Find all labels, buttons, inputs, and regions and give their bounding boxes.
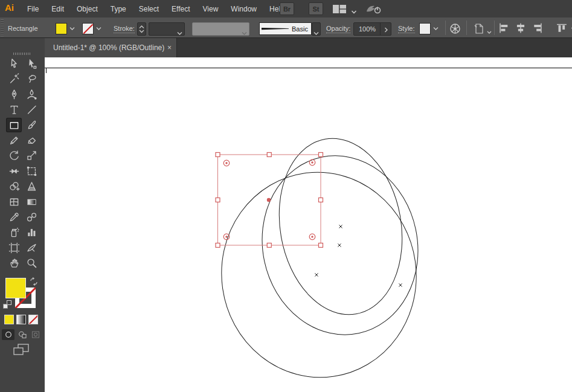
tool-rectangle[interactable] — [6, 118, 22, 132]
style-chevron-icon[interactable] — [431, 23, 440, 34]
shape-center-marker-3 — [315, 273, 318, 276]
selection-handle-1[interactable] — [216, 153, 220, 157]
tool-perspective-grid[interactable] — [24, 179, 39, 193]
brush-definition-preview[interactable]: Basic — [259, 22, 312, 35]
tool-type[interactable] — [6, 102, 22, 117]
shape-center-marker-1 — [339, 225, 342, 228]
brush-chevron-button[interactable] — [312, 22, 321, 36]
menu-object[interactable]: Object — [75, 4, 100, 14]
tool-rotate[interactable] — [6, 148, 22, 162]
selection-handle-4[interactable] — [216, 198, 220, 202]
panel-grip-handle[interactable] — [1, 19, 4, 36]
tool-pen[interactable] — [6, 87, 22, 101]
opacity-value: 100% — [359, 25, 376, 33]
menu-items: FileEditObjectTypeSelectEffectViewWindow… — [25, 0, 286, 18]
tool-column-graph[interactable] — [24, 225, 39, 239]
stroke-weight-dropdown[interactable] — [149, 22, 185, 36]
tool-mesh[interactable] — [6, 194, 22, 209]
align-horizontal-center-icon[interactable] — [515, 23, 527, 36]
fill-color-swatch[interactable] — [56, 23, 67, 34]
tools-panel — [0, 38, 45, 392]
tool-direct-selection[interactable] — [24, 56, 39, 71]
recolor-artwork-icon[interactable] — [449, 23, 461, 37]
isolate-object-icon[interactable] — [474, 23, 486, 37]
selection-center-point[interactable] — [267, 198, 271, 202]
stroke-weight-stepper[interactable] — [137, 22, 146, 36]
menu-edit[interactable]: Edit — [50, 4, 66, 14]
tool-paintbrush[interactable] — [24, 118, 39, 132]
width-profile-dropdown — [192, 22, 249, 36]
workspace-switcher-icon[interactable] — [332, 4, 347, 16]
none-button[interactable] — [28, 315, 38, 324]
swap-fill-stroke-icon[interactable] — [30, 277, 38, 288]
tool-magic-wand[interactable] — [6, 71, 22, 86]
tool-blend[interactable] — [24, 210, 39, 224]
default-fill-stroke-icon[interactable] — [3, 300, 11, 309]
menu-bar: Ai FileEditObjectTypeSelectEffectViewWin… — [0, 0, 572, 18]
tool-artboard[interactable] — [6, 240, 22, 255]
tool-line-segment[interactable] — [24, 102, 39, 117]
align-horizontal-right-icon[interactable] — [532, 23, 544, 36]
artwork-svg — [45, 57, 572, 392]
menu-view[interactable]: View — [201, 4, 220, 14]
document-tab[interactable]: Untitled-1* @ 100% (RGB/Outline) × — [45, 38, 177, 57]
chevron-right-icon[interactable] — [384, 27, 388, 33]
document-canvas[interactable] — [45, 57, 572, 392]
opacity-label[interactable]: Opacity: — [326, 25, 350, 33]
selection-handle-7[interactable] — [267, 243, 271, 248]
tool-width[interactable] — [6, 164, 22, 178]
tool-gradient[interactable] — [24, 194, 39, 209]
menu-window[interactable]: Window — [229, 4, 259, 14]
panel-toggle-st[interactable]: St — [309, 2, 323, 15]
corner-radius-widget-dot-1 — [225, 162, 227, 164]
draw-behind-button[interactable] — [16, 329, 28, 340]
menu-type[interactable]: Type — [109, 4, 128, 14]
style-label[interactable]: Style: — [398, 25, 415, 33]
opacity-field[interactable]: 100% — [353, 22, 391, 36]
selection-handle-3[interactable] — [319, 153, 323, 157]
tool-slice[interactable] — [24, 240, 39, 255]
tools-panel-grip[interactable] — [13, 53, 31, 55]
tool-scale[interactable] — [24, 148, 39, 162]
tool-pencil[interactable] — [6, 133, 22, 147]
tool-selection[interactable] — [6, 56, 22, 71]
stroke-color-swatch-none[interactable] — [82, 23, 94, 34]
tool-eyedropper[interactable] — [6, 210, 22, 224]
tool-free-transform[interactable] — [24, 164, 39, 178]
fill-chevron-icon[interactable] — [68, 23, 77, 34]
corner-radius-widget-dot-4 — [311, 236, 313, 237]
share-screen-icon[interactable] — [365, 2, 383, 18]
tool-zoom[interactable] — [24, 255, 39, 270]
menu-select[interactable]: Select — [137, 4, 161, 14]
tool-shape-builder[interactable] — [6, 179, 22, 193]
style-swatch[interactable] — [419, 23, 431, 34]
selection-handle-6[interactable] — [216, 243, 220, 248]
chevron-down-icon[interactable] — [351, 6, 357, 17]
tool-lasso[interactable] — [24, 71, 39, 86]
align-horizontal-left-icon[interactable] — [498, 23, 510, 36]
tool-curvature[interactable] — [24, 87, 39, 101]
draw-normal-button[interactable] — [2, 329, 14, 340]
fill-indicator-swatch[interactable] — [5, 278, 26, 298]
selection-handle-2[interactable] — [267, 153, 271, 157]
close-tab-icon[interactable]: × — [167, 43, 172, 52]
tool-hand[interactable] — [6, 255, 22, 270]
color-button[interactable] — [4, 315, 14, 324]
panel-toggle-br[interactable]: Br — [280, 2, 294, 15]
selection-handle-8[interactable] — [319, 243, 323, 248]
tool-symbol-sprayer[interactable] — [6, 225, 22, 239]
basic-stroke-preview-icon — [260, 23, 291, 34]
selection-handle-5[interactable] — [319, 198, 323, 202]
gradient-button[interactable] — [16, 315, 26, 324]
stroke-weight-label[interactable]: Stroke: — [114, 25, 135, 33]
stroke-chevron-icon[interactable] — [94, 23, 103, 34]
corner-radius-widget-dot-2 — [311, 161, 313, 163]
isolate-chevron-icon[interactable] — [487, 26, 492, 37]
menu-file[interactable]: File — [25, 4, 40, 14]
draw-inside-button — [29, 329, 42, 340]
menu-effect[interactable]: Effect — [170, 4, 191, 14]
change-screen-mode-icon[interactable] — [13, 344, 29, 358]
align-vertical-top-icon[interactable] — [556, 23, 568, 36]
control-bar: Rectangle Stroke: Basic Opacity: 100% St… — [0, 18, 572, 38]
tool-eraser[interactable] — [24, 133, 39, 147]
